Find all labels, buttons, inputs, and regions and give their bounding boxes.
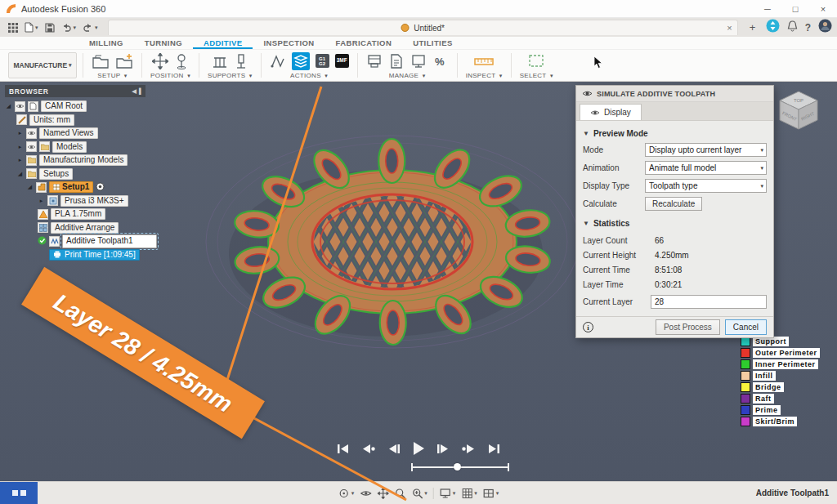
tab-utilities[interactable]: UTILITIES <box>402 37 463 49</box>
new-document-button[interactable]: + <box>745 20 761 35</box>
generate-toolpath-icon[interactable] <box>270 53 286 69</box>
previous-operation-button[interactable] <box>361 444 375 454</box>
grid-and-snaps-icon[interactable]: ▾ <box>459 486 479 501</box>
setup-sheet-icon[interactable] <box>410 53 427 69</box>
save-button[interactable] <box>42 18 58 37</box>
simulate-additive-toolpath-icon[interactable] <box>292 52 310 70</box>
preview-mode-section-header[interactable]: ▼ Preview Mode <box>583 129 767 138</box>
workspace-selector-button[interactable]: MANUFACTURE ▾ <box>8 52 77 78</box>
visibility-eye-icon[interactable] <box>15 101 25 112</box>
group-actions-label[interactable]: ACTIONS ▾ <box>290 72 328 79</box>
measure-icon[interactable] <box>474 54 494 69</box>
step-forward-button[interactable] <box>436 444 450 454</box>
browser-item-manufacturing-models[interactable]: ▸ Manufacturing Models <box>5 154 157 167</box>
disclosure-triangle-icon[interactable]: ◢ <box>16 171 24 177</box>
gcode-g1g2-icon[interactable]: G1 G2 <box>316 54 329 68</box>
visibility-eye-icon[interactable] <box>26 128 37 139</box>
close-button[interactable]: × <box>809 0 837 17</box>
disclosure-triangle-icon[interactable]: ◢ <box>5 103 12 109</box>
disclosure-triangle-icon[interactable]: ▸ <box>38 198 45 204</box>
browser-item-units[interactable]: Units: mm <box>5 114 157 127</box>
group-select-label[interactable]: SELECT ▾ <box>520 72 553 79</box>
group-inspect-label[interactable]: INSPECT ▾ <box>466 72 503 79</box>
tree-label[interactable]: Additive Toolpath1 <box>62 234 157 248</box>
machine-library-icon[interactable] <box>366 53 383 69</box>
tab-milling[interactable]: MILLING <box>78 37 134 49</box>
browser-item-additive-toolpath[interactable]: Additive Toolpath1 <box>5 234 157 248</box>
orbit-icon[interactable]: ▾ <box>337 486 356 501</box>
feed-percent-icon[interactable]: % <box>432 53 449 69</box>
tab-display[interactable]: Display <box>580 104 642 120</box>
setup1-chip[interactable]: Setup1 <box>49 181 93 193</box>
move-icon[interactable] <box>152 53 168 69</box>
setup-active-target-icon[interactable] <box>96 180 105 194</box>
recalculate-button[interactable]: Recalculate <box>645 197 702 211</box>
tree-label[interactable]: PLA 1.75mm <box>51 208 105 220</box>
browser-item-material[interactable]: PLA 1.75mm <box>5 207 157 221</box>
disclosure-triangle-icon[interactable]: ▸ <box>16 157 24 163</box>
window-select-icon[interactable] <box>528 54 544 69</box>
print-time-badge[interactable]: Print Time [1:09:45] <box>49 249 140 261</box>
tab-additive[interactable]: ADDITIVE <box>193 37 253 49</box>
notification-bell-icon[interactable] <box>787 20 798 35</box>
file-menu-button[interactable]: ▾ <box>21 18 42 37</box>
support-bar-icon[interactable] <box>234 53 248 69</box>
visibility-eye-icon[interactable] <box>26 141 37 152</box>
redo-button[interactable]: ▾ <box>79 18 101 37</box>
group-manage-label[interactable]: MANAGE ▾ <box>389 72 426 79</box>
fit-icon[interactable]: ▾ <box>410 486 429 501</box>
browser-item-setup1[interactable]: ◢ Setup1 <box>5 181 157 194</box>
browser-header[interactable]: BROWSER ◀▐ <box>5 85 145 97</box>
tab-inspection[interactable]: INSPECTION <box>253 37 325 49</box>
dialog-title-bar[interactable]: SIMULATE ADDITIVE TOOLPATH <box>576 86 773 102</box>
browser-item-setups[interactable]: ◢ Setups <box>5 167 157 181</box>
tree-label[interactable]: Additive Arrange <box>51 222 119 234</box>
post-process-button[interactable]: Post Process <box>656 319 720 335</box>
tab-turning[interactable]: TURNING <box>134 37 193 49</box>
disclosure-triangle-icon[interactable]: ▸ <box>16 130 24 136</box>
group-supports-label[interactable]: SUPPORTS ▾ <box>208 72 253 79</box>
tree-label[interactable]: CAM Root <box>41 100 87 112</box>
browser-item-cam-root[interactable]: ◢ CAM Root <box>5 100 157 114</box>
current-layer-input[interactable] <box>651 295 767 309</box>
play-button[interactable] <box>412 441 425 456</box>
tree-label[interactable]: Prusa i3 MK3S+ <box>60 195 128 207</box>
arrange-pin-icon[interactable] <box>174 53 189 69</box>
go-to-end-button[interactable] <box>487 444 500 454</box>
minimize-button[interactable]: ─ <box>754 0 781 17</box>
browser-item-print-time[interactable]: Print Time [1:09:45] <box>5 248 157 262</box>
display-type-select[interactable]: Toolpath type ▾ <box>645 179 767 193</box>
group-position-label[interactable]: POSITION ▾ <box>150 72 190 79</box>
mode-select[interactable]: Display upto current layer ▾ <box>645 143 767 157</box>
step-back-button[interactable] <box>387 444 401 454</box>
app-grid-icon[interactable] <box>5 18 21 37</box>
disclosure-triangle-icon[interactable]: ▸ <box>16 144 24 150</box>
browser-item-printer[interactable]: ▸ Prusa i3 MK3S+ <box>5 194 157 208</box>
new-setup-icon[interactable] <box>92 53 110 69</box>
timeline-knob[interactable] <box>454 463 461 471</box>
tree-label[interactable]: Named Views <box>39 127 98 139</box>
tree-label[interactable]: Manufacturing Models <box>39 154 128 166</box>
statistics-section-header[interactable]: ▼ Statistics <box>583 219 767 228</box>
support-generate-icon[interactable] <box>212 53 228 69</box>
collapse-browser-icon[interactable]: ◀▐ <box>132 88 141 95</box>
tree-label[interactable]: Setups <box>39 168 73 180</box>
new-folder-icon[interactable] <box>115 53 133 69</box>
viewport-3d-model[interactable] <box>188 113 613 386</box>
go-to-start-button[interactable] <box>337 444 350 454</box>
close-document-icon[interactable]: × <box>727 23 732 33</box>
help-icon[interactable]: ? <box>805 22 811 33</box>
zoom-icon[interactable] <box>392 486 407 501</box>
maximize-button[interactable]: □ <box>781 0 809 17</box>
cancel-button[interactable]: Cancel <box>725 319 767 335</box>
view-cube[interactable]: TOP FRONT RIGHT <box>775 87 822 137</box>
display-settings-icon[interactable]: ▾ <box>438 486 458 501</box>
info-icon[interactable]: i <box>583 322 593 332</box>
browser-item-additive-arrange[interactable]: Additive Arrange <box>5 221 157 235</box>
browser-item-named-views[interactable]: ▸ Named Views <box>5 127 157 140</box>
group-setup-label[interactable]: SETUP ▾ <box>97 72 127 79</box>
export-3mf-icon[interactable]: 3MF <box>335 54 349 68</box>
job-status-icon[interactable] <box>766 19 780 36</box>
post-library-icon[interactable] <box>388 53 405 69</box>
avatar[interactable] <box>818 19 832 36</box>
